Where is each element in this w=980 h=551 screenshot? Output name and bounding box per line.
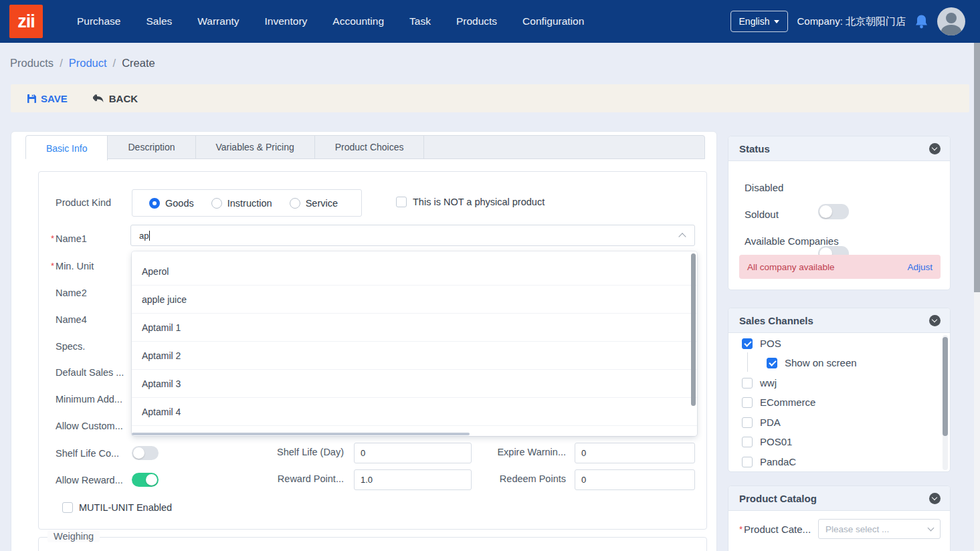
app-logo[interactable]: zii xyxy=(9,5,43,38)
tab-basic-info[interactable]: Basic Info xyxy=(26,136,108,160)
mutil-unit-checkbox-row[interactable]: MUTIL-UNIT Enabled xyxy=(62,502,172,513)
radio-instruction-input[interactable] xyxy=(211,198,222,209)
menu-accounting[interactable]: Accounting xyxy=(320,15,397,27)
channel-pos01-checkbox[interactable] xyxy=(742,437,753,447)
menu-sales[interactable]: Sales xyxy=(133,15,185,27)
autocomplete-option[interactable]: apple juice xyxy=(132,286,697,314)
text-cursor xyxy=(149,231,150,241)
save-button[interactable]: SAVE xyxy=(27,93,68,104)
radio-goods-input[interactable] xyxy=(149,198,160,209)
weighing-section: Weighing xyxy=(38,537,707,551)
sales-channels-card-title: Sales Channels xyxy=(739,315,929,326)
basic-info-form: Product Kind Goods Instruction Service T… xyxy=(38,171,707,530)
sales-channels-card: Sales Channels POS Show on screen wwj EC… xyxy=(728,308,951,472)
redeem-points-input[interactable] xyxy=(575,469,695,490)
tab-description[interactable]: Description xyxy=(108,136,195,158)
default-sales-label: Default Sales ... xyxy=(56,366,124,379)
caret-down-icon xyxy=(774,20,779,23)
collapse-chevron-icon[interactable] xyxy=(929,493,941,504)
reward-point-label: Reward Point... xyxy=(239,473,344,484)
name1-value: ap xyxy=(139,231,149,241)
autocomplete-option[interactable]: Aptamil 1 xyxy=(132,314,697,342)
channel-ecommerce[interactable]: ECommerce xyxy=(742,397,815,408)
channel-pda[interactable]: PDA xyxy=(742,417,781,428)
not-physical-checkbox-row[interactable]: This is NOT a physical product xyxy=(396,197,545,207)
chevron-up-icon xyxy=(678,233,686,240)
notification-bell-icon[interactable] xyxy=(914,14,928,29)
autocomplete-option[interactable]: Aptamil 4 xyxy=(132,398,697,426)
channel-pos[interactable]: POS xyxy=(742,338,781,349)
save-icon xyxy=(27,94,37,104)
channel-wwj[interactable]: wwj xyxy=(742,377,777,389)
menu-warranty[interactable]: Warranty xyxy=(185,15,252,27)
name4-label: Name4 xyxy=(56,313,87,326)
disabled-label: Disabled xyxy=(745,182,783,193)
product-category-select[interactable]: Please select ... xyxy=(818,519,941,539)
dropdown-horizontal-scrollbar[interactable] xyxy=(132,433,470,435)
language-label: English xyxy=(739,16,770,27)
tree-connector-line xyxy=(747,352,748,372)
channel-pos-checkbox[interactable] xyxy=(742,338,753,349)
tab-strip: Basic Info Description Variables & Prici… xyxy=(25,135,705,159)
adjust-link[interactable]: Adjust xyxy=(907,262,933,272)
user-avatar[interactable] xyxy=(937,7,965,35)
product-category-label: Product Cate... xyxy=(744,524,811,535)
mutil-unit-checkbox[interactable] xyxy=(62,502,73,513)
tab-product-choices[interactable]: Product Choices xyxy=(315,136,425,158)
menu-task[interactable]: Task xyxy=(397,15,444,27)
show-on-screen-checkbox[interactable] xyxy=(767,358,777,368)
language-dropdown[interactable]: English xyxy=(730,11,789,32)
autocomplete-option[interactable]: Aperol xyxy=(132,257,697,286)
select-placeholder: Please select ... xyxy=(825,524,928,534)
top-navbar: zii Purchase Sales Warranty Inventory Ac… xyxy=(0,0,980,43)
radio-service-input[interactable] xyxy=(290,198,300,209)
channel-pandac-checkbox[interactable] xyxy=(742,457,753,467)
dropdown-vertical-scrollbar[interactable] xyxy=(691,253,696,406)
breadcrumb-product[interactable]: Product xyxy=(69,57,107,70)
channels-scrollbar[interactable] xyxy=(943,337,948,436)
menu-inventory[interactable]: Inventory xyxy=(252,15,320,27)
name2-label: Name2 xyxy=(56,286,87,300)
radio-instruction[interactable]: Instruction xyxy=(211,198,272,209)
disabled-toggle[interactable] xyxy=(818,204,849,219)
breadcrumb: Products / Product / Create xyxy=(10,57,155,70)
weighing-legend: Weighing xyxy=(47,530,100,542)
available-companies-label: Available Companies xyxy=(745,235,839,247)
allow-reward-toggle[interactable] xyxy=(132,473,159,487)
collapse-chevron-icon[interactable] xyxy=(929,143,941,154)
product-kind-radio-group: Goods Instruction Service xyxy=(132,189,362,217)
tab-variables-pricing[interactable]: Variables & Pricing xyxy=(196,136,315,158)
expire-warning-label: Expire Warnin... xyxy=(447,447,566,457)
product-create-panel: Basic Info Description Variables & Prici… xyxy=(11,131,717,551)
status-card-title: Status xyxy=(739,143,929,154)
channel-pda-checkbox[interactable] xyxy=(742,417,753,428)
autocomplete-option[interactable]: Aptamil 2 xyxy=(132,342,697,370)
shelf-life-toggle[interactable] xyxy=(132,446,159,460)
menu-purchase[interactable]: Purchase xyxy=(64,15,133,27)
collapse-chevron-icon[interactable] xyxy=(929,315,941,326)
breadcrumb-products[interactable]: Products xyxy=(10,57,54,70)
company-label: Company: 北京朝阳门店 xyxy=(797,15,906,28)
name1-input[interactable]: ap xyxy=(130,225,695,246)
page-scrollbar[interactable] xyxy=(974,43,980,292)
channel-pos01[interactable]: POS01 xyxy=(742,436,792,447)
radio-goods[interactable]: Goods xyxy=(149,198,194,209)
main-menu: Purchase Sales Warranty Inventory Accoun… xyxy=(64,0,597,43)
autocomplete-option[interactable]: Aptamil 3 xyxy=(132,370,697,398)
not-physical-checkbox[interactable] xyxy=(396,197,407,207)
menu-products[interactable]: Products xyxy=(444,15,510,27)
allow-custom-label: Allow Custom... xyxy=(56,419,123,433)
company-availability-alert: All company available Adjust xyxy=(739,255,941,279)
radio-service[interactable]: Service xyxy=(290,198,338,209)
channel-ecommerce-checkbox[interactable] xyxy=(742,397,753,408)
channel-wwj-checkbox[interactable] xyxy=(742,378,753,389)
min-unit-label: Min. Unit xyxy=(56,261,94,271)
expire-warning-input[interactable] xyxy=(575,443,695,463)
channel-pandac[interactable]: PandaC xyxy=(742,456,796,467)
alert-text: All company available xyxy=(747,262,907,272)
name1-autocomplete-dropdown: Aperol apple juice Aptamil 1 Aptamil 2 A… xyxy=(132,251,697,436)
back-button[interactable]: BACK xyxy=(93,93,138,104)
menu-configuration[interactable]: Configuration xyxy=(510,15,597,27)
channel-show-on-screen[interactable]: Show on screen xyxy=(767,357,857,368)
allow-reward-toggle-label: Allow Reward... xyxy=(56,473,123,487)
